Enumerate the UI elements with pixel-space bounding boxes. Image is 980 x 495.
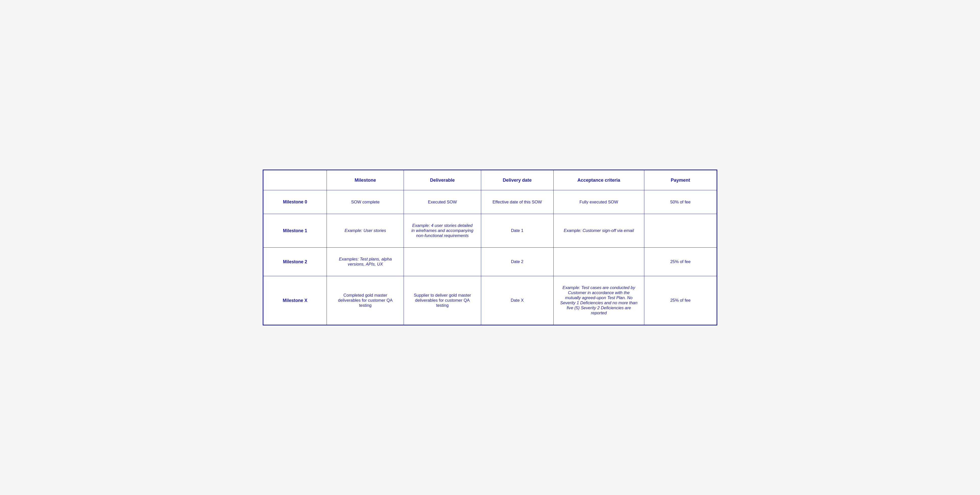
header-deliverable: Deliverable xyxy=(404,170,481,190)
row-milestone-0-payment: 50% of fee xyxy=(644,190,717,214)
table-row: Milestone 1Example: User storiesExample:… xyxy=(263,214,717,248)
header-milestone: Milestone xyxy=(327,170,404,190)
row-milestone-0-delivery-date: Effective date of this SOW xyxy=(481,190,554,214)
row-milestone-0-name: Milestone 0 xyxy=(263,190,327,214)
row-milestone-0-deliverable: Executed SOW xyxy=(404,190,481,214)
row-milestone-2-delivery-date: Date 2 xyxy=(481,248,554,276)
row-milestone-x-name: Milestone X xyxy=(263,276,327,325)
row-milestone-x-deliverable: Supplier to deliver gold master delivera… xyxy=(404,276,481,325)
row-milestone-2-deliverable xyxy=(404,248,481,276)
row-milestone-2-acceptance xyxy=(554,248,644,276)
header-payment: Payment xyxy=(644,170,717,190)
row-milestone-x-milestone: Completed gold master deliverables for c… xyxy=(327,276,404,325)
table-row: Milestone XCompleted gold master deliver… xyxy=(263,276,717,325)
row-milestone-1-acceptance: Example: Customer sign-off via email xyxy=(554,214,644,248)
sow-table: Milestone Deliverable Delivery date Acce… xyxy=(263,170,717,325)
row-milestone-x-payment: 25% of fee xyxy=(644,276,717,325)
row-milestone-1-deliverable: Example: 4 user stories detailed in wire… xyxy=(404,214,481,248)
table-row: Milestone 2Examples: Test plans, alpha v… xyxy=(263,248,717,276)
table-row: Milestone 0SOW completeExecuted SOWEffec… xyxy=(263,190,717,214)
row-milestone-2-name: Milestone 2 xyxy=(263,248,327,276)
row-milestone-1-payment xyxy=(644,214,717,248)
row-milestone-x-acceptance: Example: Test cases are conducted by Cus… xyxy=(554,276,644,325)
row-milestone-0-acceptance: Fully executed SOW xyxy=(554,190,644,214)
header-col1 xyxy=(263,170,327,190)
table-header-row: Milestone Deliverable Delivery date Acce… xyxy=(263,170,717,190)
row-milestone-1-milestone: Example: User stories xyxy=(327,214,404,248)
row-milestone-2-milestone: Examples: Test plans, alpha versions, AP… xyxy=(327,248,404,276)
sow-table-container: Milestone Deliverable Delivery date Acce… xyxy=(262,170,718,325)
row-milestone-1-delivery-date: Date 1 xyxy=(481,214,554,248)
row-milestone-x-delivery-date: Date X xyxy=(481,276,554,325)
row-milestone-2-payment: 25% of fee xyxy=(644,248,717,276)
header-acceptance-criteria: Acceptance criteria xyxy=(554,170,644,190)
row-milestone-0-milestone: SOW complete xyxy=(327,190,404,214)
row-milestone-1-name: Milestone 1 xyxy=(263,214,327,248)
header-delivery-date: Delivery date xyxy=(481,170,554,190)
